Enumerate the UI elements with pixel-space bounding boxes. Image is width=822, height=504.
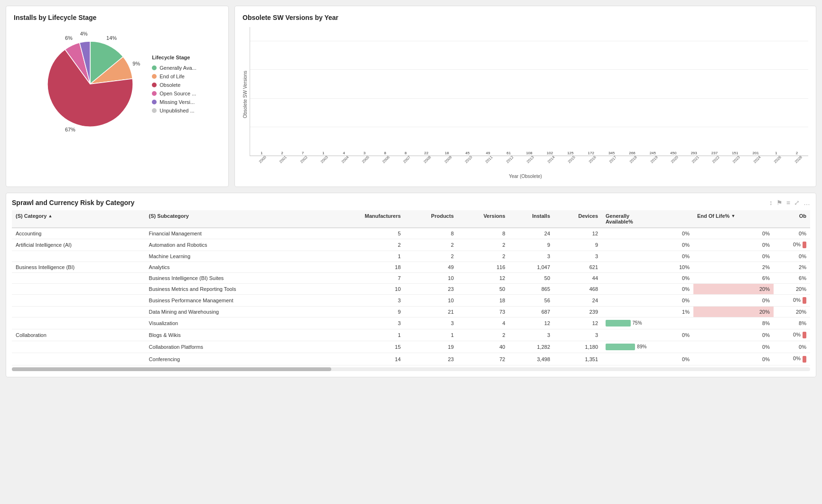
legend-item: Open Source ... xyxy=(152,91,196,96)
th-category[interactable]: (S) Category ▲ xyxy=(12,210,145,228)
bar-value-label: 2 xyxy=(281,151,283,155)
cell-eol: 8% xyxy=(693,317,774,329)
bar-chart-title: Obsolete SW Versions by Year xyxy=(243,14,808,21)
y-grid-line xyxy=(250,155,808,156)
cell-gen-avail: 0% xyxy=(602,284,693,295)
gen-avail-bar xyxy=(606,344,635,350)
legend-label: End of Life xyxy=(159,74,185,79)
legend-item: Generally Ava... xyxy=(152,65,196,71)
table-row: Business Performance Management310185624… xyxy=(12,295,810,307)
bar-value-label: 22 xyxy=(424,151,429,155)
bar-value-label: 8 xyxy=(405,151,407,155)
svg-text:67%: 67% xyxy=(65,127,75,132)
bar-value-label: 4 xyxy=(343,151,345,155)
svg-text:14%: 14% xyxy=(106,35,117,41)
th-eol[interactable]: End Of Life% ▼ xyxy=(693,210,774,228)
cell-devices: 621 xyxy=(554,262,602,273)
cell-devices: 24 xyxy=(554,295,602,307)
cell-installs: 865 xyxy=(509,284,554,295)
cell-installs: 1,047 xyxy=(509,262,554,273)
cell-ob: 0% xyxy=(774,228,810,239)
th-manufacturers[interactable]: Manufacturers xyxy=(328,210,404,228)
legend-dot xyxy=(152,108,157,113)
th-subcategory[interactable]: (S) Subcategory xyxy=(145,210,328,228)
bar-value-label: 61 xyxy=(506,151,511,155)
legend-item: Obsolete xyxy=(152,82,196,88)
bar-value-label: 102 xyxy=(547,151,553,155)
filter-icon[interactable]: ≡ xyxy=(786,199,790,206)
cell-installs: 50 xyxy=(509,273,554,284)
th-gen-avail[interactable]: GenerallyAvailable% xyxy=(602,210,693,228)
cell-manufacturers: 15 xyxy=(328,341,404,353)
bar-value-label: 172 xyxy=(588,151,594,155)
bar-chart-card: Obsolete SW Versions by Year Obsolete SW… xyxy=(234,6,816,187)
cell-subcategory: Business Metrics and Reporting Tools xyxy=(145,284,328,295)
cell-eol: 2% xyxy=(693,262,774,273)
x-labels: 2000200120022003200420052006200720082009… xyxy=(250,156,808,162)
th-devices[interactable]: Devices xyxy=(554,210,602,228)
legend-label: Open Source ... xyxy=(159,91,196,96)
legend-dot xyxy=(152,74,157,79)
expand-icon[interactable]: ⤢ xyxy=(794,199,800,206)
horizontal-scrollbar[interactable] xyxy=(12,367,810,371)
scrollbar-thumb xyxy=(12,367,331,371)
legend-dot xyxy=(152,100,157,104)
cell-devices: 12 xyxy=(554,228,602,239)
pie-legend: Lifecycle Stage Generally Ava...End of L… xyxy=(152,55,196,113)
cell-versions: 18 xyxy=(458,295,509,307)
more-icon[interactable]: … xyxy=(803,199,810,206)
cell-devices: 239 xyxy=(554,307,602,317)
flag-icon[interactable]: ⚑ xyxy=(776,199,783,206)
cell-subcategory: Analytics xyxy=(145,262,328,273)
cell-products: 10 xyxy=(404,273,458,284)
cell-eol: 20% xyxy=(693,284,774,295)
cell-gen-avail: 0% xyxy=(602,295,693,307)
sort-icon[interactable]: ↕ xyxy=(769,199,773,206)
bar-chart-inner: Obsolete SW Versions 1271438822184549611… xyxy=(243,27,808,162)
cell-ob: 0% xyxy=(774,341,810,353)
cell-gen-avail: 0% xyxy=(602,353,693,365)
cell-versions: 72 xyxy=(458,353,509,365)
cell-products: 23 xyxy=(404,284,458,295)
y-grid-line xyxy=(250,41,808,41)
sort-asc-icon: ▲ xyxy=(48,214,52,218)
cell-eol: 20% xyxy=(693,307,774,317)
cell-subcategory: Visualization xyxy=(145,317,328,329)
th-versions[interactable]: Versions xyxy=(458,210,509,228)
cell-ob: 20% xyxy=(774,284,810,295)
cell-installs: 3,498 xyxy=(509,353,554,365)
data-table: (S) Category ▲ (S) Subcategory Manufactu… xyxy=(12,210,810,365)
th-products[interactable]: Products xyxy=(404,210,458,228)
cell-ob: 20% xyxy=(774,307,810,317)
cell-manufacturers: 2 xyxy=(328,239,404,251)
cell-subcategory: Data Mining and Warehousing xyxy=(145,307,328,317)
th-ob[interactable]: Ob xyxy=(774,210,810,228)
y-grid-line xyxy=(250,98,808,99)
cell-eol: 0% xyxy=(693,353,774,365)
cell-gen-avail: 10% xyxy=(602,262,693,273)
table-row: CollaborationBlogs & Wikis112330%0%0% xyxy=(12,329,810,341)
legend-label: Missing Versi... xyxy=(159,99,195,105)
legend-label: Generally Ava... xyxy=(159,65,196,71)
table-row: Business Intelligence (BI)Analytics18491… xyxy=(12,262,810,273)
th-installs[interactable]: Installs xyxy=(509,210,554,228)
cell-subcategory: Collaboration Platforms xyxy=(145,341,328,353)
cell-products: 21 xyxy=(404,307,458,317)
table-toolbar: ↕ ⚑ ≡ ⤢ … xyxy=(769,199,810,206)
cell-ob: 0% xyxy=(774,329,810,341)
cell-category xyxy=(12,295,145,307)
cell-ob: 2% xyxy=(774,262,810,273)
cell-ob: 6% xyxy=(774,273,810,284)
table-row: Collaboration Platforms1519401,2821,1808… xyxy=(12,341,810,353)
ob-indicator xyxy=(803,332,806,338)
cell-installs: 24 xyxy=(509,228,554,239)
cell-category: Artificial Intelligence (AI) xyxy=(12,239,145,251)
table-scroll-container[interactable]: (S) Category ▲ (S) Subcategory Manufactu… xyxy=(12,210,810,365)
ob-indicator xyxy=(803,297,806,304)
cell-ob: 8% xyxy=(774,317,810,329)
cell-gen-avail: 0% xyxy=(602,239,693,251)
cell-subcategory: Financial Management xyxy=(145,228,328,239)
cell-installs: 1,282 xyxy=(509,341,554,353)
cell-versions: 2 xyxy=(458,239,509,251)
legend-dot xyxy=(152,65,157,70)
